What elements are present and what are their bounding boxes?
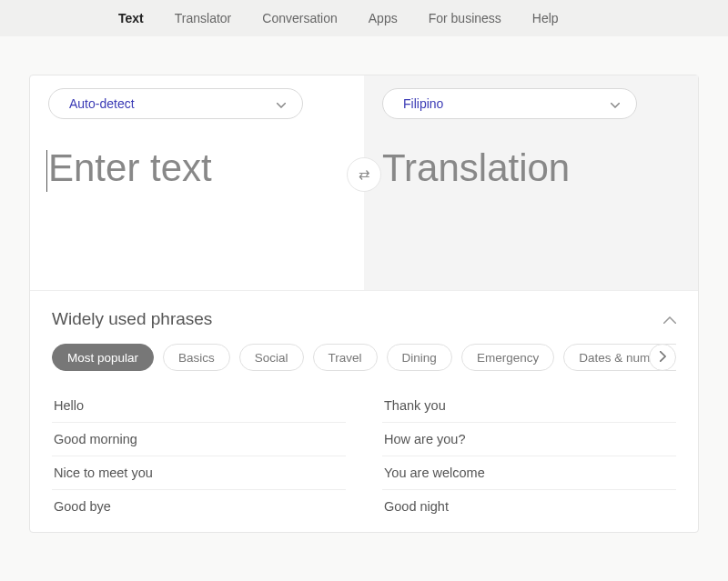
category-chip-emergency[interactable]: Emergency (461, 344, 554, 371)
swap-languages-button[interactable]: ⇄ (347, 157, 381, 192)
phrase-col-right: Thank you How are you? You are welcome G… (382, 389, 676, 523)
chevron-down-icon (611, 96, 620, 111)
swap-icon: ⇄ (359, 166, 370, 183)
phrases-title: Widely used phrases (52, 309, 212, 329)
phrase-item[interactable]: Nice to meet you (52, 456, 346, 490)
collapse-phrases-button[interactable] (663, 311, 676, 327)
target-language-select[interactable]: Filipino (382, 88, 637, 119)
category-chip-dining[interactable]: Dining (387, 344, 452, 371)
nav-tab-apps[interactable]: Apps (369, 11, 398, 25)
phrases-section: Widely used phrases Most popular Basics … (30, 290, 698, 532)
phrase-item[interactable]: Good bye (52, 490, 346, 523)
category-chip-most-popular[interactable]: Most popular (52, 344, 154, 371)
nav-tab-business[interactable]: For business (429, 11, 501, 25)
phrases-header: Widely used phrases (52, 309, 676, 329)
category-chip-row: Most popular Basics Social Travel Dining… (52, 344, 676, 371)
phrase-item[interactable]: Good morning (52, 423, 346, 456)
chevron-down-icon (277, 96, 286, 111)
category-chip-social[interactable]: Social (239, 344, 304, 371)
phrase-item[interactable]: You are welcome (382, 456, 676, 490)
source-pane: Auto-detect Enter text (30, 75, 364, 290)
category-chip-travel[interactable]: Travel (313, 344, 378, 371)
chevron-right-icon (660, 350, 666, 365)
category-chip-basics[interactable]: Basics (163, 344, 230, 371)
source-text-input[interactable]: Enter text (48, 146, 346, 190)
source-language-label: Auto-detect (69, 96, 135, 111)
source-placeholder: Enter text (48, 146, 212, 189)
nav-tab-conversation[interactable]: Conversation (262, 11, 338, 25)
nav-tab-help[interactable]: Help (532, 11, 559, 25)
phrase-item[interactable]: Thank you (382, 389, 676, 423)
phrase-col-left: Hello Good morning Nice to meet you Good… (52, 389, 346, 523)
target-text-output: Translation (382, 146, 680, 190)
phrase-item[interactable]: Hello (52, 389, 346, 423)
phrase-item[interactable]: Good night (382, 490, 676, 523)
source-language-select[interactable]: Auto-detect (48, 88, 303, 119)
target-pane: Filipino Translation (364, 75, 698, 290)
nav-tab-text[interactable]: Text (118, 11, 144, 25)
scroll-categories-right-button[interactable] (649, 344, 676, 371)
target-language-label: Filipino (403, 96, 443, 111)
phrase-list: Hello Good morning Nice to meet you Good… (52, 389, 676, 523)
top-nav: Text Translator Conversation Apps For bu… (0, 0, 728, 36)
phrase-item[interactable]: How are you? (382, 423, 676, 456)
nav-tab-translator[interactable]: Translator (175, 11, 232, 25)
text-cursor (46, 150, 47, 192)
target-placeholder: Translation (382, 146, 570, 189)
chevron-up-icon (663, 311, 676, 326)
translator-card: Auto-detect Enter text Filipino Translat… (29, 75, 699, 533)
translator-panes: Auto-detect Enter text Filipino Translat… (30, 75, 698, 290)
